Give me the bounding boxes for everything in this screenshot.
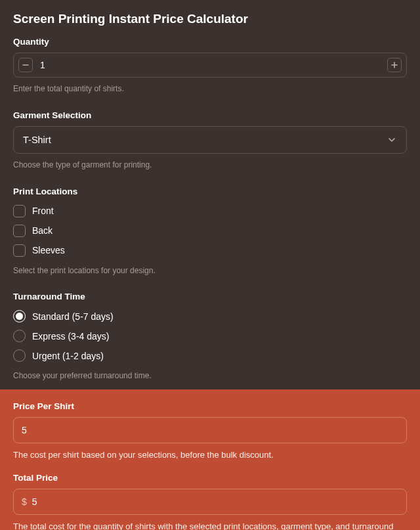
turnaround-section: Turnaround Time Standard (5-7 days) Expr… [0, 288, 420, 384]
price-per-shirt-label: Price Per Shirt [13, 401, 407, 411]
radio-icon [13, 310, 26, 322]
quantity-label: Quantity [13, 37, 407, 47]
total-price-label: Total Price [13, 473, 407, 483]
total-price-field[interactable]: $ 5 [13, 489, 407, 515]
turnaround-urgent-label: Urgent (1-2 days) [32, 351, 104, 361]
garment-section: Garment Selection T-Shirt Choose the typ… [0, 106, 420, 173]
location-front-checkbox[interactable]: Front [13, 202, 407, 220]
turnaround-helper: Choose your preferred turnaround time. [13, 370, 407, 382]
plus-icon [391, 62, 398, 68]
price-per-shirt-helper: The cost per shirt based on your selecti… [13, 449, 407, 461]
garment-helper: Choose the type of garment for printing. [13, 160, 407, 171]
checkbox-icon [13, 244, 26, 257]
location-back-label: Back [32, 225, 52, 236]
dollar-icon: $ [22, 497, 27, 507]
price-per-shirt-value: 5 [22, 425, 27, 435]
pricing-block: Price Per Shirt 5 The cost per shirt bas… [0, 389, 420, 530]
garment-select[interactable]: T-Shirt [13, 126, 407, 154]
turnaround-urgent-radio[interactable]: Urgent (1-2 days) [13, 347, 407, 364]
location-back-checkbox[interactable]: Back [13, 222, 407, 240]
location-sleeves-checkbox[interactable]: Sleeves [13, 242, 407, 259]
quantity-section: Quantity Enter the total quantity of shi… [0, 33, 420, 97]
garment-value: T-Shirt [23, 135, 51, 145]
radio-icon [13, 330, 26, 342]
quantity-increment-button[interactable] [387, 58, 402, 72]
location-sleeves-label: Sleeves [32, 245, 65, 255]
checkbox-icon [13, 205, 26, 217]
header: Screen Printing Instant Price Calculator [0, 0, 420, 33]
total-price-value: 5 [32, 497, 37, 507]
quantity-decrement-button[interactable] [18, 58, 33, 72]
location-front-label: Front [32, 206, 54, 216]
locations-label: Print Locations [13, 187, 407, 196]
turnaround-standard-label: Standard (5-7 days) [32, 311, 114, 322]
total-price-helper: The total cost for the quantity of shirt… [13, 521, 407, 530]
page-title: Screen Printing Instant Price Calculator [13, 12, 407, 26]
price-per-shirt-field[interactable]: 5 [13, 417, 407, 443]
turnaround-express-label: Express (3-4 days) [32, 331, 109, 342]
locations-section: Print Locations Front Back Sleeves Selec… [0, 183, 420, 279]
quantity-input[interactable] [37, 53, 383, 77]
app-root: Screen Printing Instant Price Calculator… [0, 0, 420, 530]
radio-icon [13, 349, 26, 362]
locations-helper: Select the print locations for your desi… [13, 265, 407, 276]
garment-label: Garment Selection [13, 110, 407, 120]
turnaround-express-radio[interactable]: Express (3-4 days) [13, 327, 407, 345]
turnaround-label: Turnaround Time [13, 292, 407, 301]
quantity-helper: Enter the total quantity of shirts. [13, 83, 407, 95]
minus-icon [22, 62, 29, 68]
turnaround-standard-radio[interactable]: Standard (5-7 days) [13, 307, 407, 325]
quantity-stepper [13, 53, 407, 77]
checkbox-icon [13, 225, 26, 237]
chevron-down-icon [387, 135, 397, 145]
